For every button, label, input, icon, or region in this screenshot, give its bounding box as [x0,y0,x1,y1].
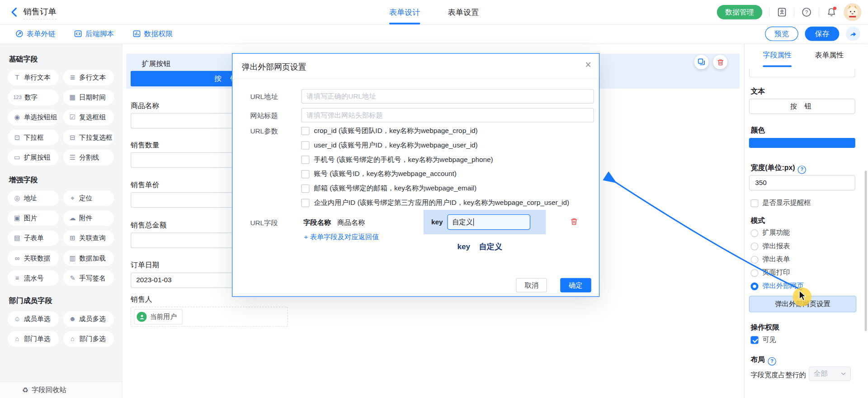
color-swatch[interactable] [749,138,855,148]
panel-input-partial[interactable] [749,69,855,78]
enhanced-fields-grid: ◎地址 ⌖定位 ▣图片 ☁附件 ▤子表单 ⊞关联查询 ∞关联数据 ▥数据加载 ≡… [8,190,114,286]
cursor-pointer [798,290,808,301]
checkbox[interactable] [301,199,309,207]
field-pill-single-line-text[interactable]: T单行文本 [8,70,59,85]
current-user-chip[interactable]: 当前用户 [134,309,183,324]
confirm-button[interactable]: 确定 [560,278,591,293]
radio-icon[interactable] [750,229,758,237]
field-pill-dept-single[interactable]: ⌂部门单选 [8,331,59,346]
tab-form-design[interactable]: 表单设计 [389,0,420,24]
copy-field-button[interactable] [694,55,709,69]
mode-option-popup-form[interactable]: 弹出表单 [750,255,790,264]
field-pill-attachment[interactable]: ☁附件 [63,210,114,226]
mode-option-page-print[interactable]: 页面打印 [750,268,790,278]
radio-icon[interactable] [750,269,758,276]
visible-checkbox-row[interactable]: 可见 [750,335,776,345]
subform-icon: ▤ [13,234,21,242]
width-help-icon[interactable]: ? [798,166,806,174]
tab-form-properties[interactable]: 表单属性 [815,43,844,68]
key-input[interactable]: 自定义 [447,214,530,230]
url-param-email[interactable]: 邮箱 (该账号绑定的邮箱，key名称为webpage_email) [301,181,476,195]
url-param-user-id[interactable]: user_id (该账号用户ID，key名称为webpage_user_id) [301,138,478,152]
preview-button[interactable]: 预览 [765,27,798,41]
field-pill-subform[interactable]: ▤子表单 [8,230,59,246]
visible-label: 可见 [762,335,776,345]
button-text-input[interactable]: 按 钮 [749,99,855,114]
field-pill-image[interactable]: ▣图片 [8,210,59,226]
url-param-corp-user-id[interactable]: 企业内用户ID (该账号绑定第三方应用的用户ID，key名称为webpage_c… [301,195,569,210]
radio-selected-icon[interactable] [750,282,758,290]
radio-icon[interactable] [750,242,758,250]
field-pill-divider[interactable]: ☰分割线 [63,150,114,165]
field-pill-signature[interactable]: ✎手写签名 [63,270,114,286]
chip-label: 当前用户 [150,312,177,322]
checkbox[interactable] [301,170,309,178]
field-pill-checkbox-group[interactable]: ☑复选框组 [63,109,114,125]
form-external-link[interactable]: 表单外链 [15,29,55,39]
back-button[interactable] [9,6,21,18]
field-pill-member-single[interactable]: ☺成员单选 [8,311,59,327]
form-field-sales-person[interactable]: 销售人 当前用户 [131,294,288,327]
field-pill-serial-number[interactable]: ≡流水号 [8,270,59,286]
field-pill-data-load[interactable]: ▥数据加载 [63,250,114,265]
field-pill-linked-query[interactable]: ⊞关联查询 [63,230,114,246]
backend-script-link[interactable]: 后端脚本 [74,29,114,39]
layout-help-icon[interactable]: ? [768,357,776,365]
field-pill-dropdown-multi[interactable]: ⊟下拉复选框 [63,130,114,145]
checkbox[interactable] [301,155,309,163]
field-pill-radio-group[interactable]: ◉单选按钮组 [8,109,59,125]
user-avatar[interactable] [844,3,861,21]
data-permission-link[interactable]: 数据权限 [133,29,173,39]
add-form-field-link[interactable]: + 表单字段及对应返回值 [304,232,379,242]
site-title-input[interactable] [301,108,594,123]
cancel-button[interactable]: 取消 [516,278,547,293]
url-param-crop-id[interactable]: crop_id (该账号团队ID，key名称为webpage_crop_id) [301,123,478,138]
toolbar-link-label: 表单外链 [27,29,56,39]
delete-url-field-button[interactable] [570,218,578,227]
url-params-label: URL参数 [250,127,278,136]
tab-form-settings[interactable]: 表单设置 [448,0,479,24]
field-recycle-bin[interactable]: ♻ 字段回收站 [0,382,122,398]
panel-scrollbar[interactable] [865,171,867,331]
field-pill-linked-data[interactable]: ∞关联数据 [8,250,59,265]
radio-icon[interactable] [750,256,758,263]
image-icon: ▣ [13,214,21,222]
data-manage-button[interactable]: 数据管理 [717,5,762,19]
reminder-label: 是否显示提醒框 [762,198,811,208]
save-button[interactable]: 保存 [805,27,839,41]
checkbox[interactable] [301,141,309,149]
delete-field-button[interactable] [713,55,727,69]
field-pill-member-multi[interactable]: ☻成员多选 [63,311,114,327]
checkbox[interactable] [301,184,309,192]
tab-field-properties[interactable]: 字段属性 [763,43,792,68]
visible-checkbox[interactable] [750,336,758,344]
reminder-checkbox-row[interactable]: 是否显示提醒框 [750,198,811,208]
form-toolbar: 表单外链 后端脚本 数据权限 预览 保存 [0,24,868,44]
mode-option-extend[interactable]: 扩展功能 [750,228,790,237]
reminder-checkbox[interactable] [750,199,758,207]
share-button[interactable] [846,27,860,41]
url-param-account[interactable]: 账号 (该账号ID，key名称为webpage_account) [301,167,457,181]
member-field-box[interactable]: 当前用户 [131,307,288,327]
layout-row-label: 字段宽度占整行的 [750,370,806,380]
field-pill-extended-button[interactable]: ▭扩展按钮 [8,150,59,165]
width-ratio-select[interactable]: 全部 [809,367,851,381]
close-icon[interactable]: × [585,59,591,70]
url-address-input[interactable] [301,89,594,104]
form-title[interactable]: 销售订单 [23,7,56,19]
field-pill-location[interactable]: ⌖定位 [63,190,114,206]
field-pill-number[interactable]: 123数字 [8,90,59,105]
url-param-phone[interactable]: 手机号 (该账号绑定的手机号，key名称为webpage_phone) [301,152,493,167]
width-input[interactable] [749,175,855,190]
notification-bell-icon[interactable] [826,7,837,18]
field-pill-datetime[interactable]: ▦日期时间 [63,90,114,105]
field-pill-dropdown[interactable]: ⊡下拉框 [8,130,59,145]
field-pill-multi-line-text[interactable]: ≣多行文本 [63,70,114,85]
pill-label: 成员多选 [79,314,106,324]
contacts-icon[interactable] [776,7,787,18]
field-pill-address[interactable]: ◎地址 [8,190,59,206]
help-icon[interactable]: ? [801,7,812,18]
checkbox[interactable] [301,127,309,135]
field-pill-dept-multi[interactable]: ⌂部门多选 [63,331,114,346]
mode-option-popup-report[interactable]: 弹出报表 [750,242,790,251]
